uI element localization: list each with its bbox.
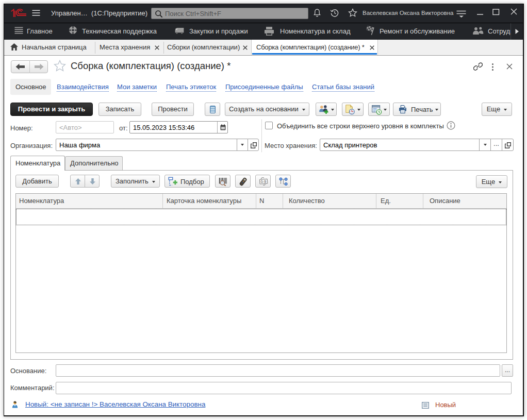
svg-text:0-9: 0-9 bbox=[260, 179, 266, 184]
